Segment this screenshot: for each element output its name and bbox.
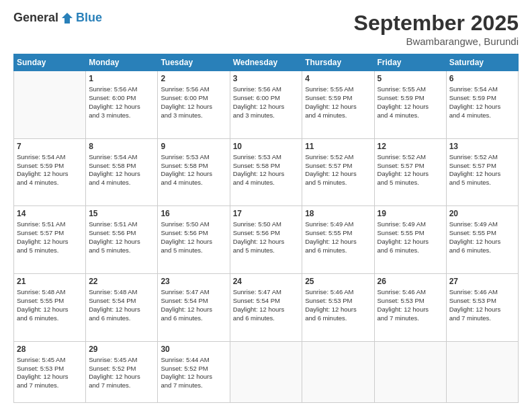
day-info: Daylight: 12 hours xyxy=(17,238,83,246)
day-info: Daylight: 12 hours xyxy=(17,170,83,179)
day-info: Sunset: 5:53 PM xyxy=(17,365,83,373)
day-info: Daylight: 12 hours xyxy=(449,103,515,111)
day-info: Sunset: 5:56 PM xyxy=(233,229,300,238)
day-info: Daylight: 12 hours xyxy=(233,170,300,179)
day-info: and 5 minutes. xyxy=(89,246,154,255)
day-info: and 6 minutes. xyxy=(449,246,515,255)
day-info: and 5 minutes. xyxy=(378,179,443,187)
day-info: Sunset: 5:58 PM xyxy=(233,162,300,171)
day-number: 3 xyxy=(233,73,300,84)
day-header-monday: Monday xyxy=(86,54,158,71)
calendar-cell: 4Sunrise: 5:55 AMSunset: 5:59 PMDaylight… xyxy=(302,71,374,139)
day-info: Sunset: 5:55 PM xyxy=(17,297,83,306)
day-info: and 5 minutes. xyxy=(449,179,515,187)
day-info: Sunrise: 5:54 AM xyxy=(449,85,515,94)
calendar-cell: 5Sunrise: 5:55 AMSunset: 5:59 PMDaylight… xyxy=(374,71,446,139)
calendar-cell: 7Sunrise: 5:54 AMSunset: 5:59 PMDaylight… xyxy=(14,138,86,206)
calendar-cell: 18Sunrise: 5:49 AMSunset: 5:55 PMDayligh… xyxy=(302,206,374,274)
day-number: 28 xyxy=(17,344,83,355)
calendar-cell: 8Sunrise: 5:54 AMSunset: 5:58 PMDaylight… xyxy=(86,138,158,206)
day-info: Daylight: 12 hours xyxy=(233,238,300,246)
day-info: Daylight: 12 hours xyxy=(305,103,371,111)
day-info: Sunrise: 5:50 AM xyxy=(161,220,226,229)
day-number: 23 xyxy=(161,276,226,287)
calendar-cell: 22Sunrise: 5:48 AMSunset: 5:54 PMDayligh… xyxy=(86,273,158,341)
day-info: Daylight: 12 hours xyxy=(233,103,300,111)
calendar-week-3: 14Sunrise: 5:51 AMSunset: 5:57 PMDayligh… xyxy=(14,206,519,274)
day-info: Sunset: 5:54 PM xyxy=(233,297,300,306)
day-header-thursday: Thursday xyxy=(302,54,374,71)
day-info: Sunrise: 5:51 AM xyxy=(89,220,154,229)
calendar-header-row: SundayMondayTuesdayWednesdayThursdayFrid… xyxy=(14,54,519,71)
day-info: Sunset: 5:59 PM xyxy=(305,94,371,103)
day-info: and 4 minutes. xyxy=(233,179,300,187)
header: General Blue September 2025 Bwambarangwe… xyxy=(13,11,519,47)
day-info: Sunset: 5:52 PM xyxy=(89,365,154,373)
day-info: and 4 minutes. xyxy=(161,179,226,187)
calendar-cell: 21Sunrise: 5:48 AMSunset: 5:55 PMDayligh… xyxy=(14,273,86,341)
day-number: 27 xyxy=(449,276,515,287)
day-info: Daylight: 12 hours xyxy=(161,373,226,381)
day-number: 26 xyxy=(378,276,443,287)
calendar-cell: 11Sunrise: 5:52 AMSunset: 5:57 PMDayligh… xyxy=(302,138,374,206)
day-info: Sunrise: 5:56 AM xyxy=(161,85,226,94)
day-number: 24 xyxy=(233,276,300,287)
calendar-cell: 10Sunrise: 5:53 AMSunset: 5:58 PMDayligh… xyxy=(230,138,302,206)
day-info: and 3 minutes. xyxy=(161,111,226,120)
day-info: Sunrise: 5:48 AM xyxy=(89,288,154,297)
svg-marker-0 xyxy=(62,13,73,24)
day-number: 2 xyxy=(161,73,226,84)
day-info: and 7 minutes. xyxy=(378,314,443,323)
day-info: Sunset: 6:00 PM xyxy=(233,94,300,103)
day-info: Sunset: 5:55 PM xyxy=(449,229,515,238)
day-info: Sunset: 5:58 PM xyxy=(161,162,226,171)
day-info: Sunset: 5:57 PM xyxy=(17,229,83,238)
day-info: Daylight: 12 hours xyxy=(378,238,443,246)
calendar-cell: 27Sunrise: 5:46 AMSunset: 5:53 PMDayligh… xyxy=(446,273,518,341)
calendar-cell: 3Sunrise: 5:56 AMSunset: 6:00 PMDaylight… xyxy=(230,71,302,139)
day-info: Sunrise: 5:53 AM xyxy=(161,153,226,162)
day-info: Sunset: 5:59 PM xyxy=(449,94,515,103)
day-number: 22 xyxy=(89,276,154,287)
day-info: Sunset: 5:57 PM xyxy=(305,162,371,171)
logo: General Blue xyxy=(13,11,102,25)
day-info: and 6 minutes. xyxy=(161,314,226,323)
day-info: Daylight: 12 hours xyxy=(378,306,443,314)
logo-icon xyxy=(60,11,74,25)
day-info: Sunset: 5:55 PM xyxy=(378,229,443,238)
day-info: and 6 minutes. xyxy=(233,314,300,323)
day-info: and 4 minutes. xyxy=(378,111,443,120)
calendar-cell: 16Sunrise: 5:50 AMSunset: 5:56 PMDayligh… xyxy=(158,206,230,274)
day-info: Sunrise: 5:53 AM xyxy=(233,153,300,162)
calendar-cell: 26Sunrise: 5:46 AMSunset: 5:53 PMDayligh… xyxy=(374,273,446,341)
calendar-cell: 29Sunrise: 5:45 AMSunset: 5:52 PMDayligh… xyxy=(86,341,158,403)
day-info: and 5 minutes. xyxy=(233,246,300,255)
day-info: Daylight: 12 hours xyxy=(305,170,371,179)
day-number: 8 xyxy=(89,141,154,152)
day-info: Daylight: 12 hours xyxy=(161,238,226,246)
day-info: and 7 minutes. xyxy=(89,381,154,390)
day-info: Daylight: 12 hours xyxy=(233,306,300,314)
day-info: Sunrise: 5:45 AM xyxy=(89,356,154,365)
calendar-cell xyxy=(374,341,446,403)
calendar-week-1: 1Sunrise: 5:56 AMSunset: 6:00 PMDaylight… xyxy=(14,71,519,139)
calendar-cell: 28Sunrise: 5:45 AMSunset: 5:53 PMDayligh… xyxy=(14,341,86,403)
day-info: and 6 minutes. xyxy=(305,246,371,255)
day-number: 29 xyxy=(89,344,154,355)
logo-blue-text: Blue xyxy=(76,11,102,25)
day-info: Daylight: 12 hours xyxy=(17,306,83,314)
day-info: Daylight: 12 hours xyxy=(449,238,515,246)
day-info: Sunrise: 5:44 AM xyxy=(161,356,226,365)
day-info: and 6 minutes. xyxy=(89,314,154,323)
day-info: Sunrise: 5:56 AM xyxy=(89,85,154,94)
day-info: Sunrise: 5:46 AM xyxy=(305,288,371,297)
day-info: Daylight: 12 hours xyxy=(161,306,226,314)
day-info: and 5 minutes. xyxy=(161,246,226,255)
day-info: Daylight: 12 hours xyxy=(449,306,515,314)
day-info: Daylight: 12 hours xyxy=(17,373,83,381)
day-info: and 3 minutes. xyxy=(233,111,300,120)
day-info: Sunrise: 5:46 AM xyxy=(449,288,515,297)
calendar-cell: 19Sunrise: 5:49 AMSunset: 5:55 PMDayligh… xyxy=(374,206,446,274)
location-subtitle: Bwambarangwe, Burundi xyxy=(354,36,519,47)
day-info: Sunset: 5:53 PM xyxy=(378,297,443,306)
